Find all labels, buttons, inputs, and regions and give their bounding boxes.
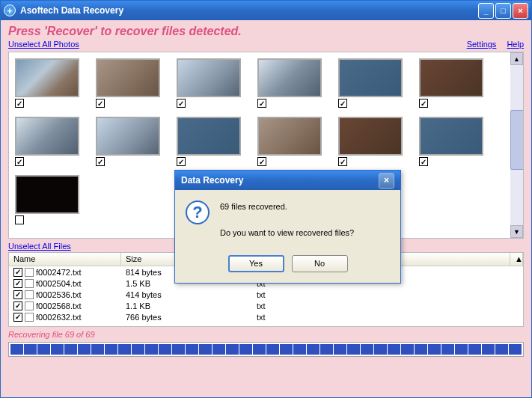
photo-thumbnail[interactable] — [15, 175, 79, 214]
photo-item[interactable]: ✓ — [257, 117, 323, 166]
photo-checkbox[interactable]: ✓ — [419, 157, 428, 166]
photo-item[interactable]: ✓ — [257, 58, 323, 108]
progress-segment — [428, 344, 441, 355]
progress-segment — [78, 344, 91, 355]
dialog-message: 69 files recovered. Do you want to view … — [220, 200, 354, 240]
photo-thumbnail[interactable] — [96, 117, 160, 156]
table-row[interactable]: ✓f0002632.txt766 bytestxt — [9, 311, 523, 322]
photo-checkbox[interactable]: ✓ — [15, 157, 24, 166]
photo-thumbnail[interactable] — [419, 117, 483, 156]
photo-checkbox[interactable]: ✓ — [15, 99, 24, 108]
photo-thumbnail[interactable] — [338, 58, 403, 97]
photo-item[interactable]: ✓ — [15, 117, 81, 166]
maximize-button[interactable]: □ — [495, 3, 511, 19]
photo-thumbnail[interactable] — [338, 117, 403, 156]
photo-checkbox[interactable]: ✓ — [96, 99, 105, 108]
progress-segment — [159, 344, 171, 355]
progress-segment — [145, 344, 158, 355]
table-row[interactable]: ✓f0002568.txt1.1 KBtxt — [9, 300, 523, 311]
progress-segment — [37, 344, 50, 355]
progress-segment — [172, 344, 185, 355]
photo-checkbox[interactable]: ✓ — [257, 157, 266, 166]
photo-scrollbar[interactable]: ▲ ▼ — [510, 52, 523, 238]
progress-segment — [415, 344, 427, 355]
photo-item[interactable]: ✓ — [338, 117, 404, 166]
question-icon: ? — [186, 200, 210, 224]
progress-segment — [347, 344, 360, 355]
photo-checkbox[interactable]: ✓ — [419, 99, 428, 108]
progress-segment — [361, 344, 373, 355]
file-name: f0002536.txt — [36, 290, 82, 299]
file-checkbox[interactable]: ✓ — [13, 301, 22, 310]
photo-thumbnail[interactable] — [15, 58, 79, 97]
progress-segment — [199, 344, 212, 355]
col-header-name[interactable]: Name — [9, 253, 121, 266]
yes-button[interactable]: Yes — [228, 255, 284, 272]
file-name: f0002632.txt — [36, 313, 82, 322]
progress-segment — [441, 344, 454, 355]
top-links: Unselect All Photos Settings Help — [8, 40, 524, 49]
progress-segment — [64, 344, 77, 355]
col-header-scroll: ▲ — [510, 253, 523, 266]
close-button[interactable]: × — [513, 3, 528, 19]
status-text: Recovering file 69 of 69 — [8, 330, 524, 339]
photo-thumbnail[interactable] — [96, 58, 160, 97]
dialog-line2: Do you want to view recovered files? — [220, 227, 354, 240]
file-checkbox[interactable]: ✓ — [13, 290, 22, 299]
settings-link[interactable]: Settings — [467, 40, 497, 49]
file-ext: txt — [252, 290, 523, 299]
photo-item[interactable]: ✓ — [177, 117, 242, 166]
photo-item[interactable]: ✓ — [419, 117, 485, 166]
progress-segment — [401, 344, 414, 355]
photo-checkbox[interactable]: ✓ — [177, 157, 186, 166]
progress-segment — [253, 344, 266, 355]
dialog-close-button[interactable]: × — [379, 173, 394, 189]
photo-item[interactable] — [15, 175, 81, 224]
file-checkbox[interactable]: ✓ — [13, 268, 22, 277]
scroll-up-icon[interactable]: ▲ — [510, 52, 523, 65]
progress-segment — [91, 344, 104, 355]
instruction-text: Press 'Recover' to recover files detecte… — [8, 25, 524, 38]
recovery-dialog: Data Recovery × ? 69 files recovered. Do… — [174, 170, 401, 284]
progress-segment — [51, 344, 64, 355]
photo-thumbnail[interactable] — [257, 117, 322, 156]
photo-thumbnail[interactable] — [257, 58, 322, 97]
unselect-all-photos-link[interactable]: Unselect All Photos — [8, 40, 79, 49]
help-link[interactable]: Help — [507, 40, 524, 49]
no-button[interactable]: No — [292, 255, 348, 272]
photo-thumbnail[interactable] — [177, 58, 241, 97]
progress-segment — [388, 344, 400, 355]
photo-thumbnail[interactable] — [419, 58, 483, 97]
photo-checkbox[interactable]: ✓ — [177, 99, 186, 108]
file-checkbox[interactable]: ✓ — [13, 279, 22, 288]
table-row[interactable]: ✓f0002536.txt414 bytestxt — [9, 289, 523, 300]
app-window: + Asoftech Data Recovery _ □ × Press 'Re… — [0, 0, 532, 398]
minimize-button[interactable]: _ — [478, 3, 494, 19]
photo-checkbox[interactable]: ✓ — [338, 99, 347, 108]
photo-item[interactable]: ✓ — [338, 58, 404, 108]
photo-checkbox[interactable] — [15, 215, 24, 224]
photo-item[interactable]: ✓ — [96, 58, 162, 108]
file-icon — [25, 290, 34, 299]
dialog-line1: 69 files recovered. — [220, 200, 354, 214]
progress-segment — [118, 344, 131, 355]
photo-item[interactable]: ✓ — [177, 58, 242, 108]
file-checkbox[interactable]: ✓ — [13, 313, 22, 322]
scroll-thumb[interactable] — [510, 110, 524, 170]
file-icon — [25, 279, 34, 288]
progress-segment — [132, 344, 144, 355]
photo-checkbox[interactable]: ✓ — [96, 157, 105, 166]
scroll-down-icon[interactable]: ▼ — [510, 225, 523, 238]
dialog-title: Data Recovery — [181, 175, 379, 186]
photo-item[interactable]: ✓ — [15, 58, 81, 108]
photo-thumbnail[interactable] — [15, 117, 79, 156]
photo-item[interactable]: ✓ — [96, 117, 162, 166]
photo-thumbnail[interactable] — [177, 117, 241, 156]
file-size: 1.1 KB — [121, 301, 252, 310]
progress-segment — [320, 344, 333, 355]
file-size: 414 bytes — [121, 290, 252, 299]
photo-checkbox[interactable]: ✓ — [338, 157, 347, 166]
photo-checkbox[interactable]: ✓ — [257, 99, 266, 108]
progress-segment — [24, 344, 37, 355]
photo-item[interactable]: ✓ — [419, 58, 485, 108]
